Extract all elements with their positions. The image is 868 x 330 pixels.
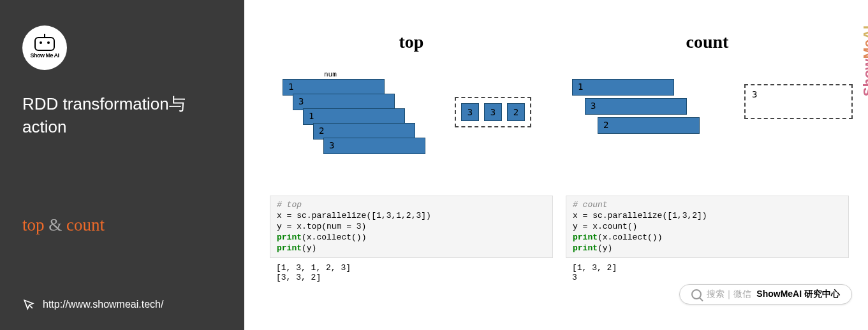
count-code-block: # count x = sc.parallelize([1,3,2]) y = … <box>566 196 849 287</box>
search-icon <box>691 289 702 299</box>
count-code: # count x = sc.parallelize([1,3,2]) y = … <box>566 196 849 258</box>
sidebar: Show Me AI RDD transformation与action top… <box>0 0 244 330</box>
card: 2 <box>598 117 700 134</box>
card: 3 <box>585 98 687 115</box>
subtitle-top: top <box>22 215 45 234</box>
search-bar[interactable]: 搜索｜微信 ShowMeAI 研究中心 <box>679 284 852 305</box>
result-item: 3 <box>461 103 479 121</box>
count-diagram: 1 3 2 3 <box>566 62 849 189</box>
top-result-box: 3 3 2 <box>455 97 531 127</box>
card: 1 <box>572 79 674 96</box>
count-result: 3 <box>752 89 757 99</box>
top-title: top <box>270 32 553 52</box>
top-output: [1, 3, 1, 2, 3] [3, 3, 2] <box>270 258 553 287</box>
top-section: top num = 3 1 3 1 2 3 3 3 2 # top x = sc… <box>270 32 553 287</box>
watermark: ShowMeAI <box>860 25 868 96</box>
count-title: count <box>566 32 849 52</box>
search-hint: 搜索｜微信 <box>707 289 751 300</box>
logo-text: Show Me AI <box>30 52 59 59</box>
sidebar-subtitle: top & count <box>22 215 222 235</box>
search-strong: ShowMeAI 研究中心 <box>756 289 840 300</box>
cursor-icon <box>22 298 35 311</box>
logo: Show Me AI <box>22 25 67 70</box>
count-output: [1, 3, 2] 3 <box>566 258 849 287</box>
top-diagram: num = 3 1 3 1 2 3 3 3 2 <box>270 62 553 189</box>
count-section: count 1 3 2 3 # count x = sc.parallelize… <box>566 32 849 287</box>
result-item: 2 <box>507 103 525 121</box>
result-item: 3 <box>484 103 502 121</box>
content: ShowMeAI top num = 3 1 3 1 2 3 3 3 2 <box>244 0 868 330</box>
sidebar-title: RDD transformation与action <box>22 92 222 139</box>
subtitle-amp: & <box>48 215 62 234</box>
sidebar-footer: http://www.showmeai.tech/ <box>22 298 163 311</box>
footer-url: http://www.showmeai.tech/ <box>43 299 163 310</box>
top-code-block: # top x = sc.parallelize([1,3,1,2,3]) y … <box>270 196 553 287</box>
top-code: # top x = sc.parallelize([1,3,1,2,3]) y … <box>270 196 553 258</box>
logo-bot-icon <box>34 37 55 51</box>
card: 3 <box>323 138 425 154</box>
subtitle-count: count <box>66 215 105 234</box>
count-result-box: 3 <box>744 84 853 119</box>
